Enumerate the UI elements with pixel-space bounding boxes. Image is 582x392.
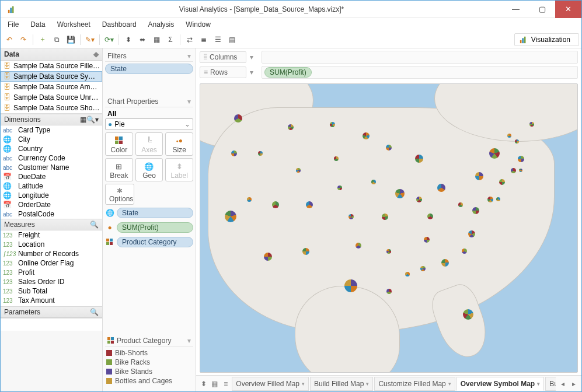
dimension-field[interactable]: 📅OrderDate (1, 200, 102, 209)
mark-card-label[interactable]: ⬍Label (165, 158, 193, 181)
map-pie-symbol[interactable] (231, 150, 237, 156)
shelf-geo-row[interactable]: 🌐State (105, 206, 193, 219)
fit-height-icon[interactable]: ☰ (211, 33, 224, 46)
sheet-tab[interactable]: Overview Filled Map▾ (232, 377, 309, 391)
map-pie-symbol[interactable] (386, 289, 392, 294)
measure-field[interactable]: 123Location (1, 240, 102, 249)
undo-button[interactable]: ↶ (3, 33, 16, 46)
data-source-item[interactable]: 🗄Sample Data Source Sy… (1, 71, 102, 82)
map-canvas[interactable] (200, 83, 578, 373)
map-pie-symbol[interactable] (247, 197, 252, 202)
chevron-down-icon[interactable]: ▾ (250, 68, 258, 76)
legend-item[interactable]: Bike Stands (105, 367, 193, 376)
measure-field[interactable]: 123Freight (1, 230, 102, 240)
menu-window[interactable]: Window (181, 19, 215, 30)
data-dropdown-icon[interactable]: ◆ (93, 50, 99, 58)
map-pie-symbol[interactable] (475, 172, 483, 180)
map-pie-symbol[interactable] (487, 197, 493, 202)
map-pie-symbol[interactable] (416, 197, 422, 202)
map-pie-symbol[interactable] (386, 249, 391, 254)
new-worksheet-icon[interactable]: ⬍ (198, 378, 208, 390)
map-pie-symbol[interactable] (382, 214, 388, 220)
map-pie-symbol[interactable] (334, 156, 339, 161)
menu-dashboard[interactable]: Dashboard (97, 19, 141, 30)
redo-button[interactable]: ↷ (17, 33, 30, 46)
sort-desc-icon[interactable]: ⬌ (136, 33, 149, 46)
map-pie-symbol[interactable] (395, 189, 405, 198)
sheet-tab[interactable]: Build Filled Map▾ (310, 377, 373, 391)
map-pie-symbol[interactable] (472, 207, 479, 214)
filter-pill[interactable]: State (105, 64, 193, 74)
chevron-down-icon[interactable]: ▾ (302, 381, 305, 387)
menu-analysis[interactable]: Analysis (144, 19, 179, 30)
rows-shelf[interactable]: SUM(Profit) (262, 66, 578, 79)
shelf-size-row[interactable]: ●SUM(Profit) (105, 221, 193, 234)
chevron-down-icon[interactable]: ▾ (448, 381, 451, 387)
measure-field[interactable]: ƒ123Number of Records (1, 249, 102, 258)
dimension-field[interactable]: abcPostalCode (1, 209, 102, 219)
swap-icon[interactable]: ⇄ (183, 33, 196, 46)
duplicate-button[interactable]: ⧉ (50, 33, 63, 46)
fit-width-icon[interactable]: ≣ (197, 33, 210, 46)
measure-field[interactable]: 123Profit (1, 268, 102, 277)
rows-shelf-label[interactable]: ≡Rows (200, 66, 246, 78)
measure-field[interactable]: 123Sub Total (1, 286, 102, 296)
mark-card-color[interactable]: Color (105, 132, 133, 156)
dimension-field[interactable]: 🌐Latitude (1, 181, 102, 191)
map-pie-symbol[interactable] (337, 186, 342, 190)
sort-asc-icon[interactable]: ⬍ (122, 33, 135, 46)
menu-file[interactable]: File (3, 19, 23, 30)
map-pie-symbol[interactable] (499, 179, 505, 185)
refresh-button[interactable]: ⟳▾ (103, 33, 116, 46)
map-pie-symbol[interactable] (330, 122, 335, 127)
data-source-item[interactable]: 🗄Sample Data Source Fille… (1, 61, 102, 71)
dimension-field[interactable]: 🌐City (1, 135, 102, 144)
dimension-field[interactable]: abcCard Type (1, 125, 102, 135)
clear-button[interactable]: ✎▾ (83, 33, 96, 46)
search-icon[interactable]: 🔍 (90, 308, 99, 316)
search-icon[interactable]: 🔍 (90, 220, 99, 229)
legend-item[interactable]: Bottles and Cages (105, 376, 193, 386)
map-pie-symbol[interactable] (356, 243, 361, 249)
show-sheets-icon[interactable]: ≡ (221, 378, 231, 390)
chevron-down-icon[interactable]: ▾ (187, 337, 191, 345)
new-dashboard-icon[interactable]: ▦ (210, 378, 219, 390)
map-pie-symbol[interactable] (420, 266, 426, 271)
measure-field[interactable]: 123Sales Order ID (1, 277, 102, 286)
mark-card-size[interactable]: ●●Size (165, 132, 193, 156)
maximize-button[interactable]: ▢ (529, 1, 555, 18)
legend-item[interactable]: Bib-Shorts (105, 348, 193, 358)
menu-worksheet[interactable]: Worksheet (53, 19, 95, 30)
mark-type-dropdown[interactable]: ●Pie ⌄ (105, 118, 193, 130)
dimension-field[interactable]: 📅DueDate (1, 172, 102, 181)
data-source-item[interactable]: 🗄Sample Data Source Unr… (1, 92, 102, 103)
columns-shelf-label[interactable]: ⦙⦙⦙Columns (200, 51, 246, 63)
scroll-left-icon[interactable]: ◂ (558, 378, 568, 390)
shelf-pill[interactable]: SUM(Profit) (264, 67, 312, 78)
dimension-field[interactable]: 🌐Country (1, 144, 102, 153)
sheet-tab[interactable]: Customize Filled Map▾ (374, 377, 455, 391)
map-pie-symbol[interactable] (234, 114, 242, 123)
measure-field[interactable]: 123Online Order Flag (1, 258, 102, 268)
chevron-down-icon[interactable]: ▾ (187, 52, 191, 60)
chevron-down-icon[interactable]: ▾ (537, 381, 540, 387)
map-pie-symbol[interactable] (258, 151, 263, 156)
totals-icon[interactable]: Σ (164, 33, 177, 46)
search-icon[interactable]: 🔍 (86, 116, 95, 124)
data-source-item[interactable]: 🗄Sample Data Source Sho… (1, 103, 102, 113)
save-button[interactable]: 💾 (64, 33, 77, 46)
chevron-down-icon[interactable]: ▾ (187, 97, 191, 106)
chevron-down-icon[interactable]: ▾ (250, 53, 258, 61)
group-icon[interactable]: ▦ (150, 33, 163, 46)
map-pie-symbol[interactable] (489, 148, 500, 159)
visualization-button[interactable]: Visualization (514, 33, 579, 46)
dimension-field[interactable]: 🌐Longitude (1, 191, 102, 200)
map-pie-symbol[interactable] (424, 237, 430, 243)
map-pie-symbol[interactable] (463, 309, 473, 320)
close-button[interactable]: ✕ (555, 1, 581, 18)
legend-item[interactable]: Bike Racks (105, 358, 193, 367)
map-pie-symbol[interactable] (468, 230, 475, 237)
map-pie-symbol[interactable] (496, 197, 500, 201)
dimension-field[interactable]: abcCurrency Code (1, 153, 102, 163)
map-pie-symbol[interactable] (518, 156, 524, 162)
